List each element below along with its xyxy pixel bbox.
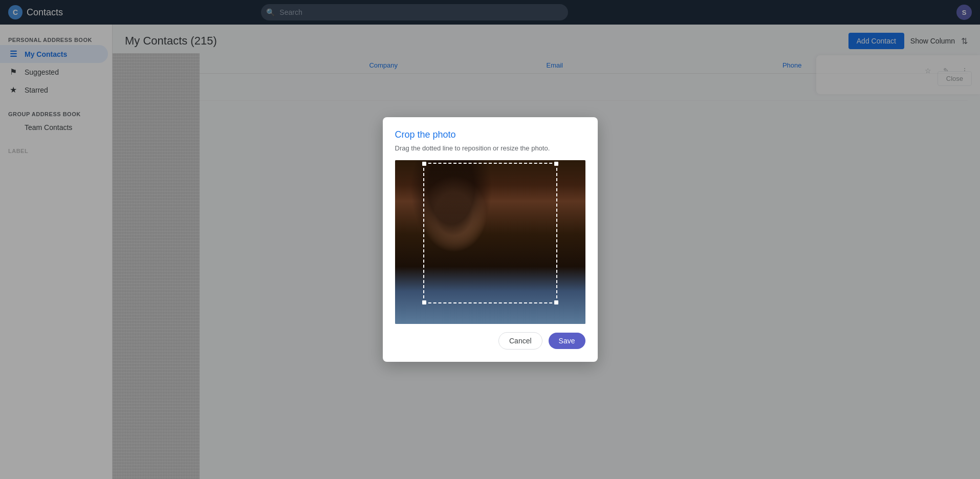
modal-overlay: Crop the photo Drag the dotted line to r… bbox=[0, 0, 980, 479]
crop-corner-tr bbox=[554, 162, 558, 166]
modal-title: Crop the photo bbox=[395, 129, 585, 140]
crop-corner-tl bbox=[422, 162, 426, 166]
cancel-button[interactable]: Cancel bbox=[498, 332, 542, 350]
save-button[interactable]: Save bbox=[549, 333, 585, 349]
crop-corner-bl bbox=[422, 300, 426, 304]
crop-photo-dialog: Crop the photo Drag the dotted line to r… bbox=[383, 117, 598, 362]
crop-area[interactable] bbox=[395, 160, 585, 324]
modal-footer: Cancel Save bbox=[395, 332, 585, 350]
modal-instructions: Drag the dotted line to reposition or re… bbox=[395, 144, 585, 152]
crop-corner-br bbox=[554, 300, 558, 304]
